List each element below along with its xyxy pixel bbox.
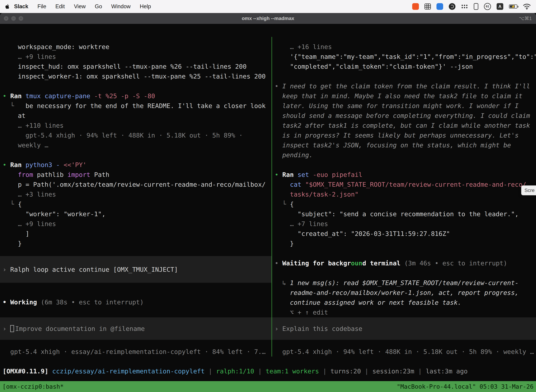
text-segment: "created_at": "2026-03-31T11:59:27.816Z" [275,230,450,237]
spacer [272,340,536,347]
menu-edit[interactable]: Edit [51,3,69,10]
input-source-icon[interactable]: A [497,3,503,10]
text-segment: gpt-5.4 xhigh · 94% left · 488K in · 5.1… [275,348,534,355]
terminal-line: … +110 lines [0,121,272,131]
text-segment: Working [10,299,41,306]
grid-app-icon[interactable] [425,4,431,9]
text-segment: -euo pipefail [313,171,362,178]
terminal-line: … +3 lines [0,190,272,199]
blue-app-icon[interactable] [436,3,443,10]
composer-input[interactable]: › Improve documentation in @filename [0,317,272,340]
spacer [0,307,272,317]
text-segment: weekly … [3,142,48,149]
text-segment: Ralph loop active continue [OMX_TMUX_INJ… [10,266,178,273]
text-segment: session:23m [372,368,414,375]
window-title: omx --xhigh --madmax [242,16,294,21]
terminal-line [272,268,536,278]
menu-go[interactable]: Go [90,3,107,10]
text-segment: { [290,201,294,208]
apple-logo-icon[interactable] [5,4,10,9]
text-segment: Ran [10,161,25,168]
text-segment: cat [290,181,305,188]
terminal-line: gpt-5.4 xhigh · 94% left · 488K in · 5.1… [272,347,536,357]
text-segment: from [18,171,33,178]
battery-icon[interactable]: ⚡ [509,5,517,9]
text-segment: readme-and-reco/mailbox/worker-1.json, a… [275,289,519,296]
menu-bar: Slack FileEditViewGoWindowHelp 61 A ⚡ [0,0,536,13]
terminal-line: should send a message before completing … [272,111,536,121]
terminal-line: ⌥ + ↑ edit [272,308,536,317]
text-segment: pathlib [33,171,67,178]
text-segment: Path [90,171,109,178]
terminal-line: is in progress? It seems likely but perh… [272,131,536,140]
terminal-line: • Ran set -euo pipefail [272,170,536,180]
text-segment: (6m 38s • esc to interrupt) [41,299,144,306]
wifi-icon[interactable] [523,4,531,9]
text-segment: └ [3,201,18,208]
traffic-lights: × − + [4,16,23,21]
terminal-line: └ be necessary for the end of the README… [0,101,272,111]
menu-file[interactable]: File [33,3,51,10]
omx-status-bar: [OMX#0.11.9] cczip/essay/ai-reimplementa… [0,366,536,376]
terminal-line: └ { [272,199,536,209]
text-segment: ] [3,230,29,237]
text-segment: • [3,92,10,100]
text-segment: Waiting for backgr [282,260,351,267]
active-app-name[interactable]: Slack [12,3,33,10]
terminal-line: readme-and-reco/mailbox/worker-1.json, a… [272,288,536,298]
text-segment: I need to get the claim token from the c… [282,83,530,90]
text-segment: task2 after task1 is complete, but can I… [275,122,530,129]
text-segment: set [297,171,313,178]
terminal-line: task2 after task1 is complete, but can I… [272,121,536,131]
terminal-line [272,248,536,258]
terminal-line: at [0,111,272,121]
text-cursor [10,325,14,332]
close-button[interactable]: × [4,16,9,21]
spacer [0,283,272,297]
text-segment: [OMX#0.11.9] [3,368,52,375]
terminal-line: from pathlib import Path [0,170,272,180]
window-titlebar[interactable]: × − + omx --xhigh --madmax ⌥⌘1 [0,13,536,24]
text-segment: oun [351,260,362,267]
text-segment: team:1 workers [266,368,319,375]
terminal-line: inspect task2's JSON, focusing on the st… [272,140,536,150]
text-segment: last:3m ago [426,368,468,375]
menu-help[interactable]: Help [135,3,156,10]
text-segment: … +9 lines [3,53,56,60]
terminal-line [272,160,536,170]
text-segment: at [3,112,25,119]
terminal-line: later. Using the same for transition mig… [272,101,536,111]
menu-view[interactable]: View [69,3,90,10]
composer-input[interactable]: › Explain this codebase [272,317,536,340]
dark-app-icon[interactable] [449,3,455,10]
display-icon[interactable] [474,3,478,10]
text-segment: -t %25 -p -S -80 [94,92,155,100]
text-segment: <<'PY' [64,161,86,168]
text-segment: keep that in mind. Maybe I also need the… [275,92,522,100]
terminal-line: keep that in mind. Maybe I also need the… [272,91,536,101]
terminal-line: '{"team_name":"my-team","task_id":"1","f… [272,52,536,62]
text-segment: ⌥ + ↑ edit [275,309,328,316]
menu-window[interactable]: Window [107,3,135,10]
zoom-button[interactable]: + [19,16,23,21]
screen-popup[interactable]: Scre [521,186,536,195]
text-segment: pending. [275,151,313,159]
minimize-button[interactable]: − [11,16,16,21]
terminal-line: gpt-5.4 xhigh · essay/ai-reimplementatio… [0,347,272,357]
text-segment: import [67,171,90,178]
dots-grid-icon[interactable] [461,4,468,9]
right-pane: … +16 lines '{"team_name":"my-team","tas… [272,37,536,357]
text-segment: "worker": "worker-1", [3,210,105,218]
menu-bar-status: 61 A ⚡ [412,3,531,10]
text-segment: python3 - [25,161,64,168]
text-segment: • [275,171,282,178]
queued-prompt[interactable]: › Ralph loop active continue [OMX_TMUX_I… [0,256,272,283]
text-segment: "completed","claim_token":"claim-token"}… [275,63,473,70]
text-segment: gpt-5.4 xhigh · essay/ai-reimplementatio… [3,348,266,355]
text-segment: └ [275,201,290,208]
terminal-line: "worker": "worker-1", [0,209,272,219]
terminal-line [0,150,272,160]
text-segment: p = Path('.omx/state/team/review-current… [3,181,266,188]
gauge-icon[interactable]: 61 [484,3,491,10]
recording-indicator-icon[interactable] [412,3,419,10]
